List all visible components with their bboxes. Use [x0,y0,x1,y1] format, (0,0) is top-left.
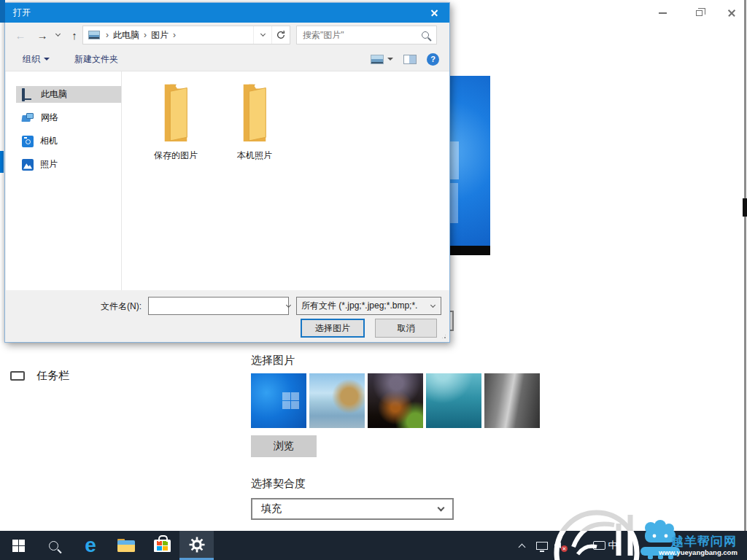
windows-logo-icon [282,392,299,409]
chevron-down-icon [55,31,60,36]
taskbar-file-explorer-button[interactable] [114,531,139,560]
breadcrumb-separator: › [142,30,148,40]
chevron-down-icon [260,31,265,36]
change-view-button[interactable] [371,55,393,64]
edge-icon: e [85,531,96,560]
wallpaper-thumbnail-win10-default[interactable] [251,373,306,428]
filename-dropdown-button[interactable] [287,298,290,314]
tray-network-button[interactable] [533,531,551,560]
dialog-navbar: ← → ↑ › 此电脑 › 图片 › [5,23,449,47]
tray-ime-button[interactable]: 中 [605,531,620,560]
sidebar-item-taskbar[interactable]: 任务栏 [10,367,156,384]
resize-grip[interactable] [441,333,447,340]
file-explorer-icon [117,539,135,552]
close-icon [430,9,438,17]
dialog-footer: 文件名(N): 所有文件 (*.jpg;*.jpeg;*.bmp;*. 选择图片… [5,290,449,342]
search-icon [49,541,58,551]
dialog-toolbar: 组织 新建文件夹 ? [5,47,449,71]
scrollbar-thumb[interactable] [743,198,747,217]
wallpaper-thumbnail-underwater[interactable] [426,373,481,428]
taskbar-edge-button[interactable]: e [79,531,102,560]
folder-label: 本机照片 [214,149,295,162]
fit-select-value: 填充 [261,502,282,516]
folder-item-saved-pictures[interactable]: 保存的图片 [136,80,216,162]
folder-icon [235,80,274,141]
dialog-titlebar[interactable]: 打开 [5,3,449,23]
taskbar-store-button[interactable] [150,531,174,560]
close-window-button[interactable] [721,6,743,20]
wallpaper-thumbnail-rock-face[interactable] [484,373,540,428]
select-picture-button[interactable]: 选择图片 [301,319,365,338]
window-right-border [744,0,746,531]
browse-button[interactable]: 浏览 [251,435,317,457]
forward-button[interactable]: → [33,23,52,47]
close-icon [727,9,736,18]
dialog-close-button[interactable] [419,3,449,23]
dialog-content: 此电脑 网络 相机 照片 [6,71,449,292]
choose-picture-heading: 选择图片 [251,354,295,368]
tray-volume-button[interactable]: ✕ [551,531,569,560]
back-button[interactable]: ← [11,23,30,47]
this-pc-icon [22,90,34,100]
filename-label: 文件名(N): [101,300,142,313]
taskbar-search-button[interactable] [42,531,64,560]
taskbar-settings-icon [10,371,25,381]
taskbar: e ✕ 中 [0,531,747,560]
minimize-button[interactable] [651,6,673,20]
sidebar-item-this-pc[interactable]: 此电脑 [16,86,121,103]
help-button[interactable]: ? [427,53,439,66]
wallpaper-thumbnail-beach-rocks[interactable] [309,373,365,428]
fit-select[interactable]: 填充 [251,498,454,520]
restore-icon [696,10,703,16]
preview-taskbar [450,246,490,255]
tray-show-hidden-button[interactable] [514,531,530,560]
folder-icon [156,80,196,141]
search-box [296,26,437,44]
chevron-down-icon [286,302,291,307]
sidebar-item-photos[interactable]: 照片 [6,156,121,173]
search-input[interactable] [297,30,422,40]
filetype-value: 所有文件 (*.jpg;*.jpeg;*.bmp;*. [297,300,425,312]
folder-label: 保存的图片 [136,149,216,162]
preview-pane-button[interactable] [403,55,417,64]
minimize-icon [659,12,667,14]
organize-menu-button[interactable]: 组织 [23,53,50,66]
choose-fit-heading: 选择契合度 [251,477,306,491]
preview-logo-pane [450,183,458,223]
refresh-button[interactable] [271,26,290,44]
settings-nav-selected-indicator [0,151,4,173]
microsoft-store-icon [154,540,171,552]
refresh-icon [276,30,286,40]
keyboard-icon [593,541,605,550]
caret-down-icon [44,58,50,61]
volume-muted-icon: ✕ [554,540,566,551]
dialog-sidebar: 此电脑 网络 相机 照片 [6,71,122,292]
taskbar-settings-button-active[interactable] [179,531,214,560]
address-dropdown-button[interactable] [253,26,271,44]
recent-locations-button[interactable] [52,23,63,47]
desktop-screen: 任务栏 选择图片 浏览 选择契合度 填充 [0,0,747,560]
breadcrumb-separator: › [104,30,110,40]
cancel-button[interactable]: 取消 [375,319,437,338]
sidebar-item-camera[interactable]: 相机 [6,133,121,149]
wallpaper-thumbnail-night-sky[interactable] [368,373,423,428]
filename-input[interactable] [149,298,287,314]
restore-button[interactable] [688,6,710,20]
organize-label: 组织 [23,53,40,66]
windows-start-icon [12,540,25,552]
breadcrumb-this-pc[interactable]: 此电脑 [110,29,142,42]
chevron-down-icon [425,298,441,314]
up-button[interactable]: ↑ [65,23,84,47]
filetype-select[interactable]: 所有文件 (*.jpg;*.jpeg;*.bmp;*. [296,297,441,315]
search-icon[interactable] [422,31,429,39]
new-folder-button[interactable]: 新建文件夹 [74,53,118,66]
start-button[interactable] [6,531,31,560]
new-folder-label: 新建文件夹 [74,53,118,66]
folder-item-camera-roll[interactable]: 本机照片 [214,80,295,162]
dialog-title: 打开 [13,7,31,19]
address-bar[interactable]: › 此电脑 › 图片 › [82,26,290,44]
pictures-location-icon [88,31,100,39]
breadcrumb-pictures[interactable]: 图片 [148,29,171,42]
sidebar-item-network[interactable]: 网络 [6,109,121,126]
gear-icon [188,536,206,553]
